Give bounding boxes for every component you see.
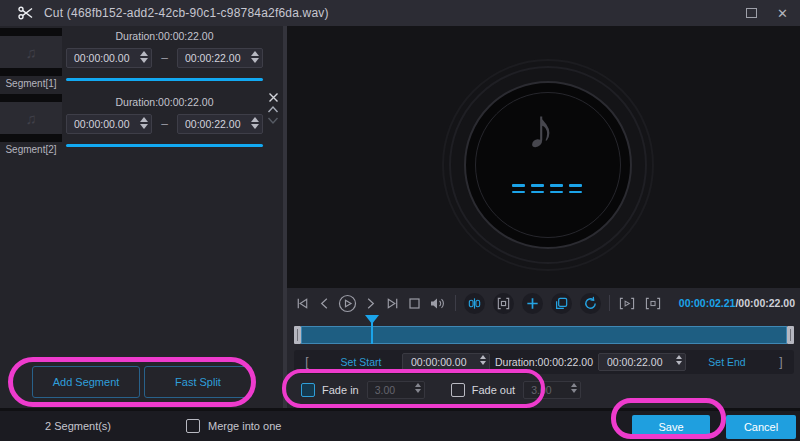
timeline-slider[interactable] (294, 326, 794, 344)
range-dash: – (152, 51, 177, 65)
segment-1-label: Segment[1] (0, 78, 62, 89)
fade-out-checkbox[interactable] (451, 383, 465, 397)
segment-2-duration: Duration:00:00:22.00 (66, 96, 263, 108)
copy-segment-button[interactable] (551, 293, 572, 314)
segment-1-range-bar[interactable] (66, 78, 263, 81)
segment-1-end-input[interactable] (177, 48, 263, 68)
segment-1-duration: Duration:00:00:22.00 (66, 30, 263, 42)
fade-out-label: Fade out (472, 384, 515, 396)
separator (455, 295, 456, 311)
segments-panel: ♫ Segment[1] ♫ Segment[2] Duration:00:00… (0, 26, 283, 408)
trim-start-input[interactable] (402, 353, 490, 371)
playhead-line[interactable] (371, 317, 373, 344)
total-time: /00:00:22.00 (735, 297, 795, 309)
jump-start-icon[interactable] (295, 296, 310, 311)
fade-out-input[interactable] (523, 381, 581, 399)
close-bracket: ] (768, 355, 794, 369)
footer-bar: 2 Segment(s) Merge into one Save Cancel (0, 408, 800, 441)
cut-dialog: Cut (468fb152-add2-42cb-90c1-c98784a2f6d… (0, 0, 800, 441)
spinner-arrows[interactable] (251, 117, 259, 129)
move-down-icon[interactable] (267, 116, 279, 125)
spinner-arrows[interactable] (140, 51, 148, 63)
segment-2-editor: Duration:00:00:22.00 – (66, 94, 263, 154)
segment-2-start-input[interactable] (66, 114, 152, 134)
transport-bar: 00:00:02.21/00:00:22.00 (295, 291, 795, 315)
spinner-arrows[interactable] (140, 117, 148, 129)
spinner-arrows[interactable] (415, 383, 421, 393)
equalizer-icon (512, 184, 582, 193)
merge-into-one-checkbox[interactable] (186, 419, 200, 433)
play-icon[interactable] (338, 294, 357, 313)
maximize-button[interactable] (746, 8, 757, 18)
play-section-icon[interactable] (618, 296, 636, 311)
spinner-arrows[interactable] (480, 355, 486, 365)
open-bracket: [ (294, 355, 320, 369)
fade-in-label: Fade in (322, 384, 359, 396)
set-start-button[interactable]: Set Start (320, 356, 402, 368)
playback-controls-panel: 00:00:02.21/00:00:22.00 [ Set Start Dura… (287, 288, 800, 408)
segment-2-range-bar[interactable] (66, 144, 263, 147)
title-bar: Cut (468fb152-add2-42cb-90c1-c98784a2f6d… (0, 0, 800, 26)
segment-count: 2 Segment(s) (45, 420, 111, 432)
merge-into-one-label: Merge into one (208, 420, 281, 432)
trim-handle-right[interactable] (787, 326, 794, 344)
music-note-icon: ♫ (0, 102, 62, 134)
split-segment-button[interactable] (464, 293, 485, 314)
move-up-icon[interactable] (267, 105, 279, 114)
fade-in-input[interactable] (367, 381, 425, 399)
fast-split-button[interactable]: Fast Split (144, 366, 252, 398)
fade-in-checkbox[interactable] (301, 383, 315, 397)
reset-button[interactable] (580, 293, 601, 314)
music-note-icon: ♪ (527, 96, 555, 161)
trim-handle-left[interactable] (294, 326, 301, 344)
music-note-icon: ♫ (0, 36, 62, 68)
preview-area: ♪ (287, 26, 800, 288)
stop-section-icon[interactable] (644, 296, 662, 311)
fade-row: Fade in Fade out (294, 378, 794, 402)
spinner-arrows[interactable] (251, 51, 259, 63)
segment-2-label: Segment[2] (0, 144, 62, 155)
range-dash: – (152, 117, 177, 131)
trim-duration-label: Duration:00:00:22.00 (490, 356, 598, 368)
close-button[interactable]: ✕ (777, 7, 788, 20)
spinner-arrows[interactable] (571, 383, 577, 393)
segment-1-thumbnail[interactable]: ♫ (0, 28, 62, 76)
delete-segment-icon[interactable] (268, 92, 279, 103)
step-forward-icon[interactable] (365, 296, 377, 311)
stop-icon[interactable] (408, 297, 421, 310)
time-display: 00:00:02.21/00:00:22.00 (679, 297, 795, 309)
step-back-icon[interactable] (318, 296, 330, 311)
jump-end-icon[interactable] (385, 296, 400, 311)
segment-2-end-input[interactable] (177, 114, 263, 134)
segment-1-start-input[interactable] (66, 48, 152, 68)
set-end-button[interactable]: Set End (686, 356, 768, 368)
window-title: Cut (468fb152-add2-42cb-90c1-c98784a2f6d… (44, 6, 329, 20)
crop-region-button[interactable] (493, 293, 514, 314)
current-time: 00:00:02.21 (679, 297, 736, 309)
trim-row: [ Set Start Duration:00:00:22.00 Set End… (294, 350, 794, 374)
add-segment-button[interactable]: Add Segment (32, 366, 140, 398)
volume-icon[interactable] (429, 296, 447, 311)
timeline-selection[interactable] (301, 326, 787, 344)
cancel-button[interactable]: Cancel (726, 415, 796, 439)
save-button[interactable]: Save (632, 415, 710, 439)
spinner-arrows[interactable] (676, 355, 682, 365)
add-segment-plus-button[interactable] (522, 293, 543, 314)
trim-end-input[interactable] (598, 353, 686, 371)
separator (609, 295, 610, 311)
segment-2-thumbnail[interactable]: ♫ (0, 94, 62, 142)
segment-1-editor: Duration:00:00:22.00 – (66, 28, 263, 88)
scissors-icon (18, 6, 34, 20)
